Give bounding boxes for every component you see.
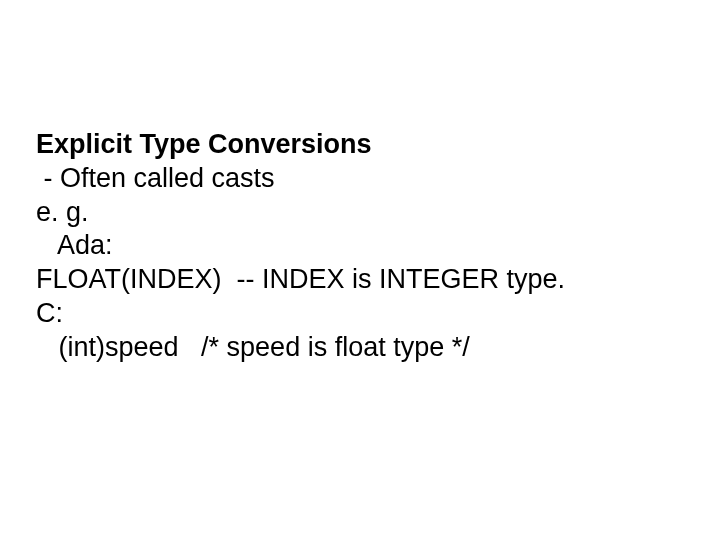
slide-heading: Explicit Type Conversions	[36, 128, 684, 162]
slide-line: Ada:	[36, 229, 684, 263]
slide-line: C:	[36, 297, 684, 331]
slide-line: FLOAT(INDEX) -- INDEX is INTEGER type.	[36, 263, 684, 297]
slide-content: Explicit Type Conversions - Often called…	[36, 128, 684, 364]
slide-line: - Often called casts	[36, 162, 684, 196]
slide-line: (int)speed /* speed is float type */	[36, 331, 684, 365]
slide-line: e. g.	[36, 196, 684, 230]
